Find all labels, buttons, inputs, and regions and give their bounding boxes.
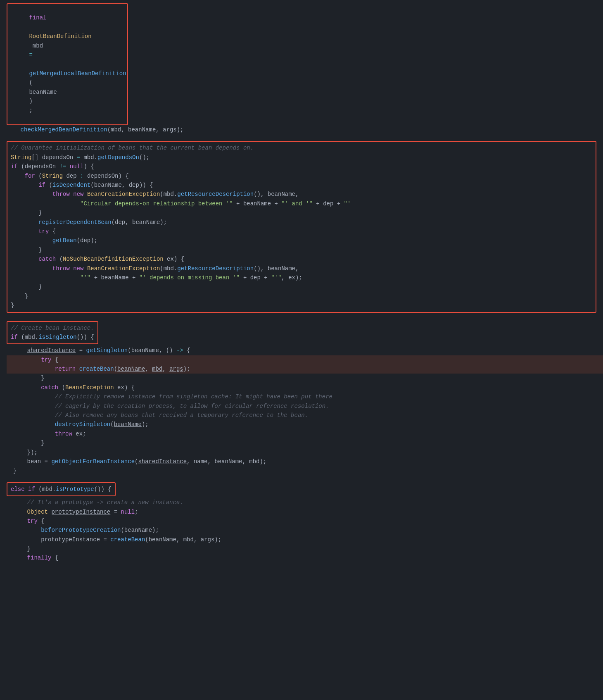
code-line: // Also remove any beans that received a… <box>7 411 603 420</box>
code-line: } <box>11 282 592 291</box>
code-line: } <box>11 292 592 301</box>
code-line: bean = getObjectForBeanInstance ( shared… <box>7 457 603 466</box>
prototype-content: // It's a prototype -> create a new inst… <box>7 498 603 563</box>
code-line: try { <box>11 227 592 236</box>
code-line: try { <box>7 517 603 526</box>
code-container: final RootBeanDefinition mbd = getMerged… <box>0 0 603 700</box>
code-line: } <box>7 544 603 553</box>
depends-on-block: // Guarantee initialization of beans tha… <box>7 141 596 312</box>
code-line: // Create bean instance. <box>11 324 94 333</box>
code-line: prototypeInstance = createBean ( beanNam… <box>7 535 603 544</box>
code-line: else if ( mbd. isPrototype () ) { <box>11 485 112 494</box>
code-line: } <box>11 301 592 310</box>
code-line: // Guarantee initialization of beans tha… <box>11 143 592 152</box>
code-line: } <box>7 374 603 383</box>
code-line: final RootBeanDefinition mbd = getMerged… <box>0 3 603 125</box>
method-call: getMergedLocalBeanDefinition <box>29 70 126 77</box>
code-line: destroySingleton ( beanName ) ; <box>7 420 603 429</box>
singleton-box: // Create bean instance. if ( mbd. isSin… <box>7 321 98 345</box>
code-line: finally { <box>7 553 603 562</box>
code-line: catch ( BeansException ex ) { <box>7 383 603 392</box>
code-line: "Circular depends-on relationship betwee… <box>11 199 592 208</box>
keyword: final <box>29 14 46 21</box>
code-line: catch ( NoSuchBeanDefinitionException ex… <box>11 255 592 264</box>
code-line: beforePrototypeCreation ( beanName ) ; <box>7 526 603 535</box>
prototype-box: else if ( mbd. isPrototype () ) { <box>7 482 116 496</box>
code-line: sharedInstance = getSingleton ( beanName… <box>7 346 603 355</box>
singleton-content: sharedInstance = getSingleton ( beanName… <box>7 346 603 475</box>
code-line: return createBean ( beanName , mbd , arg… <box>7 364 603 374</box>
code-line: throw new BeanCreationException ( mbd. g… <box>11 264 592 273</box>
code-line: }); <box>7 448 603 457</box>
code-line: try { <box>7 355 603 364</box>
code-line: } <box>11 245 592 255</box>
code-line: } <box>7 466 603 475</box>
finally-keyword: finally <box>27 553 52 562</box>
spacer <box>0 476 603 481</box>
code-line: Object prototypeInstance = null ; <box>7 507 603 517</box>
code-line: if ( mbd. isSingleton () ) { <box>11 333 94 342</box>
code-line: } <box>7 438 603 448</box>
code-line: throw ex; <box>7 429 603 438</box>
code-line: getBean ( dep ) ; <box>11 236 592 245</box>
code-line: if ( isDependent ( beanName, dep )) { <box>11 181 592 190</box>
type: RootBeanDefinition <box>29 33 91 40</box>
code-line: if ( dependsOn != null ) { <box>11 162 592 171</box>
spacer <box>0 134 603 139</box>
code-line: // It's a prototype -> create a new inst… <box>7 498 603 507</box>
code-line: for ( String dep : dependsOn ) { <box>11 171 592 181</box>
code-line: } <box>11 208 592 217</box>
code-line: checkMergedBeanDefinition ( mbd, beanNam… <box>0 125 603 134</box>
code-line: // Explicitly remove instance from singl… <box>7 392 603 401</box>
code-line: throw new BeanCreationException ( mbd. g… <box>11 190 592 199</box>
code-line: "'" + beanName + "' depends on missing b… <box>11 273 592 282</box>
code-line: // eagerly by the creation process, to a… <box>7 402 603 411</box>
spacer <box>0 314 603 319</box>
method-call: checkMergedBeanDefinition <box>21 125 107 134</box>
code-line: registerDependentBean ( dep, beanName ) … <box>11 218 592 227</box>
code-line: String [] dependsOn = mbd. getDependsOn … <box>11 153 592 162</box>
